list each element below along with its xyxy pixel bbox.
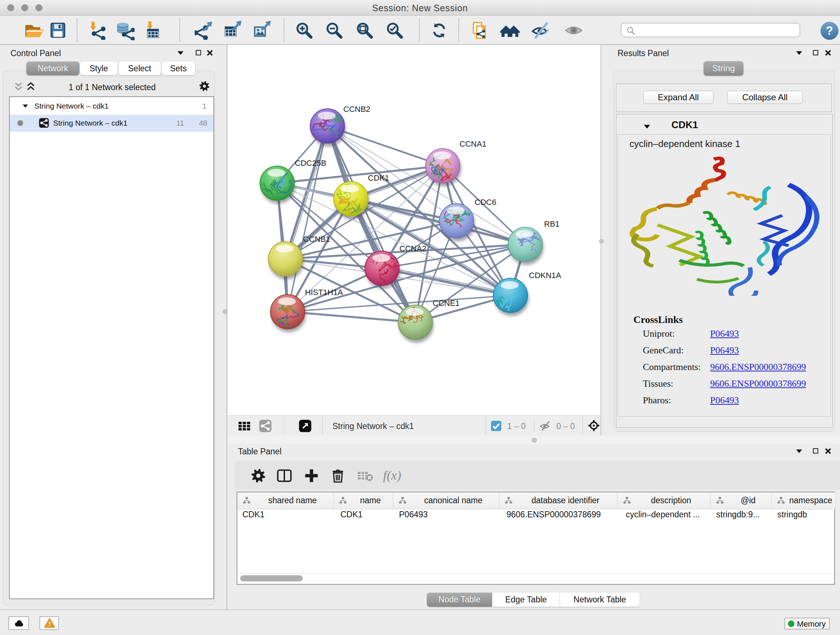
svg-text:CCNA2: CCNA2	[399, 244, 426, 253]
svg-text:CCNB2: CCNB2	[343, 105, 370, 114]
svg-text:CCNB1: CCNB1	[303, 234, 330, 244]
svg-text:CDKN1A: CDKN1A	[529, 271, 561, 280]
svg-text:CCNE1: CCNE1	[433, 299, 460, 308]
svg-text:CDK1: CDK1	[368, 173, 389, 182]
svg-text:CCNA1: CCNA1	[459, 139, 486, 149]
svg-text:HIST1H1A: HIST1H1A	[305, 288, 343, 297]
svg-text:CDC25B: CDC25B	[295, 158, 326, 168]
svg-text:?: ?	[826, 24, 833, 37]
svg-text:RB1: RB1	[544, 219, 560, 228]
svg-text:CDC6: CDC6	[475, 198, 496, 207]
